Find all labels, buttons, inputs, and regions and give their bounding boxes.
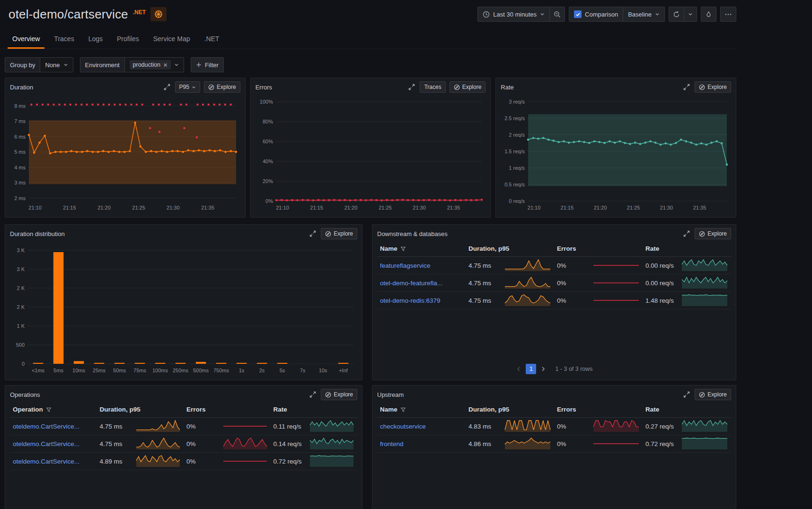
- expand-icon[interactable]: [682, 83, 691, 91]
- comparison-checkbox[interactable]: [574, 10, 582, 18]
- duration-sparkline: [504, 259, 551, 272]
- explore-button[interactable]: Explore: [695, 228, 731, 239]
- svg-text:10s: 10s: [319, 368, 327, 373]
- service-link[interactable]: checkoutservice: [380, 423, 426, 430]
- comparison-label: Comparison: [585, 11, 618, 18]
- operation-link[interactable]: oteldemo.CartService...: [13, 458, 79, 465]
- remove-tag-icon[interactable]: [163, 63, 168, 67]
- explore-button[interactable]: Explore: [321, 228, 357, 239]
- svg-text:21:10: 21:10: [276, 205, 289, 211]
- filter-funnel-icon[interactable]: [400, 407, 406, 412]
- filter-funnel-icon[interactable]: [400, 246, 406, 252]
- svg-text:2 req/s: 2 req/s: [509, 132, 525, 138]
- svg-text:21:25: 21:25: [379, 205, 392, 211]
- expand-icon[interactable]: [163, 83, 171, 91]
- panel-header: Operations Explore: [10, 387, 357, 402]
- header: otel-demo/cartservice .NET: [0, 0, 736, 26]
- panel-title: Rate: [501, 84, 513, 91]
- column-header-duration[interactable]: Duration, p95: [466, 245, 554, 252]
- svg-text:0 req/s: 0 req/s: [509, 198, 525, 204]
- explore-button[interactable]: Explore: [321, 389, 357, 400]
- rate-sparkline: [681, 420, 728, 433]
- operation-link[interactable]: oteldemo.CartService...: [13, 423, 79, 430]
- tab-service-map[interactable]: Service Map: [148, 30, 196, 49]
- svg-text:21:25: 21:25: [132, 205, 145, 211]
- check-icon: [575, 12, 581, 17]
- column-header-rate[interactable]: Rate: [643, 245, 731, 252]
- service-link[interactable]: frontend: [380, 440, 404, 448]
- kubernetes-button[interactable]: [150, 7, 167, 21]
- pagination: 1 1 - 3 of 3 rows: [377, 359, 731, 377]
- traces-button[interactable]: Traces: [420, 81, 445, 93]
- compass-icon: [325, 392, 331, 398]
- service-link[interactable]: otel-demo-featurefla...: [380, 280, 442, 287]
- service-link[interactable]: featureflagservice: [380, 262, 431, 269]
- column-header-errors[interactable]: Errors: [184, 406, 271, 413]
- column-header-name[interactable]: Name: [377, 406, 466, 413]
- tab-traces[interactable]: Traces: [48, 30, 79, 49]
- quantile-value: P95: [179, 84, 189, 90]
- time-range-picker[interactable]: Last 30 minutes: [477, 7, 550, 22]
- zoom-out-button[interactable]: [549, 7, 565, 22]
- comparison-toggle[interactable]: Comparison: [569, 7, 623, 22]
- operation-link[interactable]: oteldemo.CartService...: [13, 440, 79, 448]
- rate-chart[interactable]: 3 req/s2.5 req/s2 req/s1.5 req/s1 req/s0…: [501, 94, 731, 212]
- refresh-button[interactable]: [669, 7, 684, 22]
- filter-funnel-icon[interactable]: [46, 407, 52, 412]
- expand-arrows-icon: [683, 391, 690, 398]
- errors-value: 0%: [557, 262, 566, 269]
- add-filter-button[interactable]: Filter: [191, 57, 224, 72]
- errors-chart[interactable]: 100%80%60%40%20%0%21:1021:1521:2021:2521…: [256, 94, 485, 212]
- more-options-button[interactable]: [720, 7, 736, 22]
- tab-profiles[interactable]: Profiles: [111, 30, 145, 49]
- chevron-down-icon: [63, 62, 68, 67]
- baseline-dropdown[interactable]: Baseline: [623, 7, 665, 22]
- duration-chart[interactable]: 8 ms7 ms6 ms5 ms4 ms3 ms2 ms21:1021:1521…: [10, 94, 240, 212]
- tab-dotnet[interactable]: .NET: [199, 30, 225, 49]
- rate-sparkline: [681, 437, 728, 450]
- column-header-duration[interactable]: Duration, p95: [466, 406, 554, 413]
- previous-page-button[interactable]: [515, 365, 522, 373]
- explore-button[interactable]: Explore: [204, 81, 240, 93]
- distribution-chart[interactable]: 3 K3 K2 K2 K1 K5000<1ms5ms10ms25ms50ms75…: [10, 241, 357, 376]
- expand-icon[interactable]: [309, 390, 317, 399]
- group-by-label: Group by: [5, 57, 40, 72]
- svg-text:1s: 1s: [239, 368, 245, 373]
- svg-text:21:35: 21:35: [447, 205, 460, 211]
- column-header-errors[interactable]: Errors: [554, 406, 643, 413]
- errors-sparkline: [222, 437, 268, 450]
- tab-logs[interactable]: Logs: [83, 30, 108, 49]
- column-header-errors[interactable]: Errors: [554, 245, 643, 252]
- expand-icon[interactable]: [407, 83, 416, 91]
- explore-button[interactable]: Explore: [695, 81, 731, 93]
- panel-actions: Explore: [682, 389, 731, 400]
- tab-overview[interactable]: Overview: [7, 30, 45, 49]
- svg-text:0.5 req/s: 0.5 req/s: [505, 182, 525, 187]
- rate-value: 0.72 req/s: [645, 440, 674, 448]
- title-group: otel-demo/cartservice .NET: [9, 7, 167, 22]
- column-header-rate[interactable]: Rate: [643, 406, 731, 413]
- column-header-duration[interactable]: Duration, p95: [97, 406, 184, 413]
- environment-dropdown[interactable]: production: [124, 57, 184, 72]
- expand-icon[interactable]: [682, 229, 691, 238]
- group-by-dropdown[interactable]: None: [40, 57, 73, 72]
- flame-button[interactable]: [701, 7, 716, 22]
- next-page-button[interactable]: [540, 365, 547, 373]
- explore-button[interactable]: Explore: [695, 389, 731, 400]
- service-link[interactable]: otel-demo-redis:6379: [380, 297, 441, 304]
- column-header-rate[interactable]: Rate: [271, 406, 358, 413]
- operations-table: Operation Duration, p95 Errors Rate otel…: [10, 402, 357, 509]
- runtime-badge: .NET: [133, 9, 146, 16]
- expand-icon[interactable]: [682, 390, 691, 399]
- svg-text:1 req/s: 1 req/s: [509, 165, 525, 171]
- expand-icon[interactable]: [309, 229, 317, 238]
- column-header-name[interactable]: Name: [377, 245, 466, 252]
- refresh-interval-dropdown[interactable]: [684, 7, 697, 22]
- panel-actions: Explore: [309, 228, 357, 239]
- errors-value: 0%: [557, 423, 566, 430]
- explore-button[interactable]: Explore: [450, 81, 486, 93]
- rate-sparkline: [681, 259, 728, 272]
- quantile-dropdown[interactable]: P95: [175, 81, 200, 93]
- current-page[interactable]: 1: [526, 364, 536, 374]
- column-header-operation[interactable]: Operation: [10, 406, 97, 413]
